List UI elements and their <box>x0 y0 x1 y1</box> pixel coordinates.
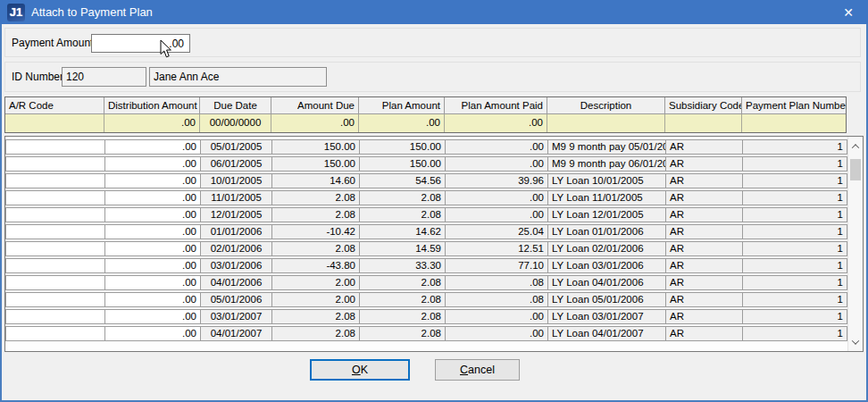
vertical-scrollbar[interactable] <box>847 137 863 351</box>
cell-ar_code[interactable] <box>6 276 104 289</box>
cell-plan_amount_paid: .00 <box>445 208 547 222</box>
table-row[interactable]: .0002/01/20062.0814.5912.51LY Loan 02/01… <box>5 241 847 256</box>
cell-distribution_amount[interactable]: .00 <box>104 225 200 239</box>
column-header-payment_plan_number[interactable]: Payment Plan Number <box>741 97 846 114</box>
cell-distribution_amount[interactable]: .00 <box>104 276 200 289</box>
cell-ar_code[interactable] <box>6 157 104 171</box>
cell-amount_due: 2.08 <box>271 327 359 340</box>
cell-ar_code[interactable] <box>6 208 104 222</box>
id-number-value: 120 <box>62 67 146 87</box>
cell-distribution_amount[interactable]: .00 <box>104 191 200 205</box>
cell-plan_amount: 14.59 <box>359 242 445 255</box>
cell-description: LY Loan 03/01/2006 <box>547 259 665 272</box>
cell-ar_code[interactable] <box>6 174 104 188</box>
cell-ar_code[interactable] <box>6 259 104 272</box>
cell-subsidiary_code: AR <box>665 191 742 205</box>
cell-subsidiary_code: AR <box>665 293 742 306</box>
cell-description: M9 9 month pay 05/01/200 <box>547 140 665 154</box>
column-header-plan_amount[interactable]: Plan Amount <box>358 97 444 114</box>
column-header-description[interactable]: Description <box>547 97 664 114</box>
filter-cell-plan_amount[interactable]: .00 <box>358 114 444 132</box>
cell-distribution_amount[interactable]: .00 <box>104 208 200 222</box>
table-row[interactable]: .0005/01/2005150.00150.00.00M9 9 month p… <box>5 139 847 155</box>
scroll-up-button[interactable] <box>848 139 863 153</box>
table-row[interactable]: .0012/01/20052.082.08.00LY Loan 12/01/20… <box>5 207 847 222</box>
cell-ar_code[interactable] <box>6 140 104 154</box>
column-header-ar_code[interactable]: A/R Code <box>5 97 104 114</box>
scroll-down-button[interactable] <box>848 335 863 348</box>
column-header-subsidiary_code[interactable]: Subsidiary Code <box>664 97 741 114</box>
table-row[interactable]: .0003/01/2006-43.8033.3077.10LY Loan 03/… <box>5 258 847 273</box>
cell-description: LY Loan 04/01/2006 <box>547 276 665 289</box>
table-row[interactable]: .0004/01/20072.082.08.00LY Loan 04/01/20… <box>5 326 847 341</box>
cell-subsidiary_code: AR <box>665 140 742 154</box>
cell-plan_amount: 150.00 <box>359 157 445 171</box>
table-filter-row[interactable]: .0000/00/0000.00.00.00 <box>5 114 846 132</box>
cell-subsidiary_code: AR <box>665 259 742 272</box>
cell-subsidiary_code: AR <box>665 276 742 289</box>
payment-amount-label: Payment Amount: <box>12 37 96 49</box>
column-header-amount_due[interactable]: Amount Due <box>271 97 358 114</box>
column-header-due_date[interactable]: Due Date <box>199 97 271 114</box>
cell-ar_code[interactable] <box>6 310 104 323</box>
payment-amount-input[interactable] <box>91 34 190 53</box>
cancel-button[interactable]: Cancel <box>435 359 520 381</box>
filter-cell-amount_due[interactable]: .00 <box>271 114 358 132</box>
close-icon[interactable]: ✕ <box>836 5 861 20</box>
id-number-panel: ID Number : 120 Jane Ann Ace <box>4 62 861 92</box>
cell-distribution_amount[interactable]: .00 <box>104 174 200 188</box>
cell-due_date: 12/01/2005 <box>200 208 271 222</box>
cell-distribution_amount[interactable]: .00 <box>104 293 200 306</box>
cell-due_date: 03/01/2007 <box>200 310 271 323</box>
cell-description: LY Loan 11/01/2005 <box>547 191 665 205</box>
cell-due_date: 04/01/2006 <box>200 276 271 289</box>
column-header-plan_amount_paid[interactable]: Plan Amount Paid <box>444 97 547 114</box>
filter-cell-subsidiary_code[interactable] <box>664 114 741 132</box>
cell-distribution_amount[interactable]: .00 <box>104 242 200 255</box>
filter-cell-description[interactable] <box>547 114 664 132</box>
cell-plan_amount: 2.08 <box>359 276 445 289</box>
cell-amount_due: 150.00 <box>271 140 359 154</box>
cell-plan_amount_paid: .00 <box>445 310 547 323</box>
filter-cell-payment_plan_number[interactable] <box>741 114 846 132</box>
cell-due_date: 10/01/2005 <box>200 174 271 188</box>
cell-description: LY Loan 10/01/2005 <box>547 174 665 188</box>
table-row[interactable]: .0003/01/20072.082.08.00LY Loan 03/01/20… <box>5 309 847 324</box>
filter-cell-ar_code[interactable] <box>5 114 104 132</box>
table-header-block: A/R CodeDistribution AmountDue DateAmoun… <box>4 96 847 133</box>
cell-ar_code[interactable] <box>6 191 104 205</box>
cell-subsidiary_code: AR <box>665 174 742 188</box>
filter-cell-due_date[interactable]: 00/00/0000 <box>199 114 271 132</box>
cell-payment_plan_number: 1 <box>742 174 847 188</box>
cell-payment_plan_number: 1 <box>742 208 847 222</box>
scrollbar-thumb[interactable] <box>850 159 861 180</box>
filter-cell-distribution_amount[interactable]: .00 <box>104 114 199 132</box>
cell-payment_plan_number: 1 <box>742 259 847 272</box>
cell-distribution_amount[interactable]: .00 <box>104 259 200 272</box>
cell-amount_due: 150.00 <box>271 157 359 171</box>
cell-due_date: 05/01/2005 <box>200 140 271 154</box>
cell-distribution_amount[interactable]: .00 <box>104 140 200 154</box>
table-row[interactable]: .0010/01/200514.6054.5639.96LY Loan 10/0… <box>5 173 847 188</box>
cell-description: LY Loan 04/01/2007 <box>547 327 665 340</box>
cell-ar_code[interactable] <box>6 242 104 255</box>
cell-subsidiary_code: AR <box>665 327 742 340</box>
cell-distribution_amount[interactable]: .00 <box>104 157 200 171</box>
cell-payment_plan_number: 1 <box>742 276 847 289</box>
table-row[interactable]: .0001/01/2006-10.4214.6225.04LY Loan 01/… <box>5 224 847 239</box>
cell-ar_code[interactable] <box>6 327 104 340</box>
filter-cell-plan_amount_paid[interactable]: .00 <box>444 114 547 132</box>
table-row[interactable]: .0004/01/20062.002.08.08LY Loan 04/01/20… <box>5 275 847 290</box>
cell-plan_amount: 54.56 <box>359 174 445 188</box>
ok-button[interactable]: OK <box>310 359 410 381</box>
column-header-distribution_amount[interactable]: Distribution Amount <box>104 97 199 114</box>
table-row[interactable]: .0011/01/20052.082.08.00LY Loan 11/01/20… <box>5 190 847 205</box>
cell-ar_code[interactable] <box>6 225 104 239</box>
cell-distribution_amount[interactable]: .00 <box>104 310 200 323</box>
table-row[interactable]: .0006/01/2005150.00150.00.00M9 9 month p… <box>5 156 847 172</box>
table-row[interactable]: .0005/01/20062.002.08.08LY Loan 05/01/20… <box>5 292 847 307</box>
cell-ar_code[interactable] <box>6 293 104 306</box>
cell-plan_amount_paid: .00 <box>445 157 547 171</box>
cell-plan_amount_paid: .08 <box>445 293 547 306</box>
cell-distribution_amount[interactable]: .00 <box>104 327 200 340</box>
